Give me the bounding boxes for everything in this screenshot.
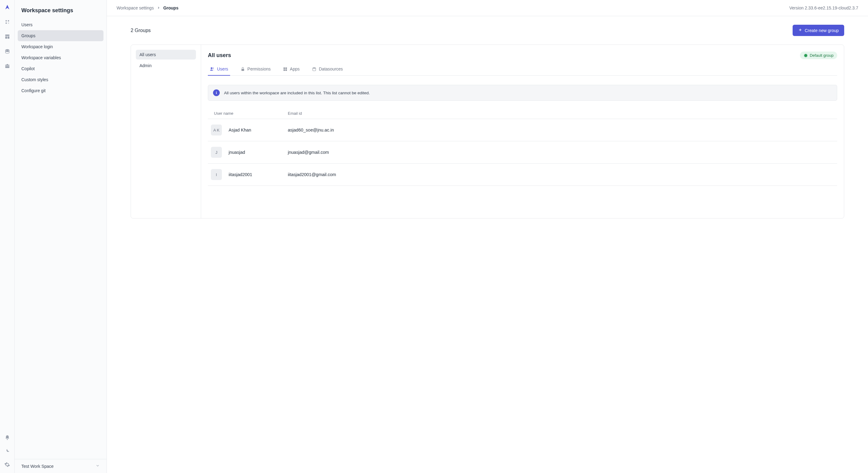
tab-users[interactable]: Users xyxy=(208,63,230,76)
settings-item-workspace-login[interactable]: Workspace login xyxy=(18,41,103,52)
tab-apps[interactable]: Apps xyxy=(281,63,302,76)
database-icon[interactable] xyxy=(4,48,10,54)
datasources-icon xyxy=(312,67,316,71)
breadcrumb-parent[interactable]: Workspace settings xyxy=(117,5,154,10)
tab-permissions[interactable]: Permissions xyxy=(239,63,273,76)
workspace-selector[interactable]: Test Work Space xyxy=(14,459,106,473)
svg-rect-16 xyxy=(283,69,285,71)
apps-grid-icon xyxy=(283,67,287,71)
table-row: I iitasjad2001 iitasjad2001@gmail.com xyxy=(208,163,837,186)
settings-item-users[interactable]: Users xyxy=(18,19,103,30)
bell-icon[interactable] xyxy=(4,435,10,441)
groups-panel: All users Admin All users Default group xyxy=(131,44,844,219)
users-icon xyxy=(210,66,215,71)
version-text: Version 2.33.6-ee2.15.19-cloud2.3.7 xyxy=(789,5,858,10)
breadcrumb: Workspace settings Groups xyxy=(117,5,179,10)
badge-label: Default group xyxy=(810,53,834,58)
top-bar: Workspace settings Groups Version 2.33.6… xyxy=(107,0,868,16)
svg-rect-6 xyxy=(7,36,9,39)
svg-point-11 xyxy=(211,67,212,69)
templates-icon[interactable] xyxy=(4,34,10,40)
settings-item-workspace-variables[interactable]: Workspace variables xyxy=(18,52,103,63)
tab-datasources[interactable]: Datasources xyxy=(310,63,345,76)
svg-point-0 xyxy=(5,20,7,22)
user-display-name: jnuasjad xyxy=(228,150,283,155)
svg-point-2 xyxy=(5,23,7,24)
svg-rect-5 xyxy=(5,36,7,39)
svg-rect-13 xyxy=(241,69,244,70)
default-group-badge: Default group xyxy=(800,52,837,59)
table-row: J jnuasjad jnuasjad@gmail.com xyxy=(208,141,837,163)
settings-item-custom-styles[interactable]: Custom styles xyxy=(18,74,103,85)
group-detail: All users Default group Users xyxy=(201,45,844,218)
group-list: All users Admin xyxy=(131,45,201,218)
user-display-name: Asjad Khan xyxy=(228,128,283,132)
svg-point-18 xyxy=(313,67,316,68)
avatar: I xyxy=(211,169,222,180)
breadcrumb-current: Groups xyxy=(163,5,179,10)
lock-icon xyxy=(241,67,245,71)
tab-label: Permissions xyxy=(248,66,271,71)
group-list-item-admin[interactable]: Admin xyxy=(136,61,196,70)
user-email: iitasjad2001@gmail.com xyxy=(288,172,834,177)
logo-icon[interactable] xyxy=(4,4,10,10)
group-list-item-all-users[interactable]: All users xyxy=(136,50,196,60)
theme-icon[interactable] xyxy=(4,448,10,454)
group-tabs: Users Permissions Apps xyxy=(208,63,837,76)
settings-menu: Users Groups Workspace login Workspace v… xyxy=(14,19,106,96)
settings-gear-icon[interactable] xyxy=(4,462,10,468)
col-user-name: User name xyxy=(211,111,283,116)
workspace-name: Test Work Space xyxy=(21,464,54,469)
svg-rect-17 xyxy=(285,69,287,71)
content-header: 2 Groups Create new group xyxy=(131,25,844,36)
info-text: All users within the workspace are inclu… xyxy=(224,91,370,95)
info-banner: i All users within the workspace are inc… xyxy=(208,85,837,101)
apps-icon[interactable] xyxy=(4,19,10,25)
settings-item-configure-git[interactable]: Configure git xyxy=(18,85,103,96)
plus-icon xyxy=(798,28,802,33)
svg-point-8 xyxy=(5,51,9,52)
group-count: 2 Groups xyxy=(131,28,151,33)
svg-rect-14 xyxy=(283,67,285,69)
settings-item-groups[interactable]: Groups xyxy=(18,30,103,41)
avatar: A K xyxy=(211,125,222,135)
badge-dot-icon xyxy=(804,54,808,58)
tab-label: Apps xyxy=(290,66,300,71)
info-icon: i xyxy=(213,89,220,96)
chevron-down-icon xyxy=(96,464,100,469)
svg-point-3 xyxy=(8,23,9,24)
user-table: User name Email id A K Asjad Khan asjad6… xyxy=(208,108,837,186)
briefcase-icon[interactable] xyxy=(4,63,10,69)
group-name: All users xyxy=(208,52,231,59)
tab-label: Users xyxy=(217,66,228,71)
chevron-right-icon xyxy=(157,5,160,10)
create-group-label: Create new group xyxy=(805,28,839,33)
main-area: Workspace settings Groups Version 2.33.6… xyxy=(107,0,868,473)
user-email: asjad60_soe@jnu.ac.in xyxy=(288,128,834,132)
settings-item-copilot[interactable]: Copilot xyxy=(18,63,103,74)
svg-point-7 xyxy=(5,49,9,51)
user-email: jnuasjad@gmail.com xyxy=(288,150,834,155)
user-display-name: iitasjad2001 xyxy=(228,172,283,177)
svg-point-1 xyxy=(8,20,9,22)
avatar: J xyxy=(211,147,222,158)
settings-sidebar: Workspace settings Users Groups Workspac… xyxy=(14,0,107,473)
tab-label: Datasources xyxy=(319,66,343,71)
svg-point-12 xyxy=(212,67,214,69)
col-email: Email id xyxy=(288,111,834,116)
svg-rect-4 xyxy=(5,34,9,36)
icon-rail xyxy=(0,0,14,473)
settings-title: Workspace settings xyxy=(14,0,106,19)
create-group-button[interactable]: Create new group xyxy=(793,25,844,36)
svg-rect-15 xyxy=(285,67,287,69)
table-row: A K Asjad Khan asjad60_soe@jnu.ac.in xyxy=(208,119,837,141)
table-header: User name Email id xyxy=(208,108,837,119)
